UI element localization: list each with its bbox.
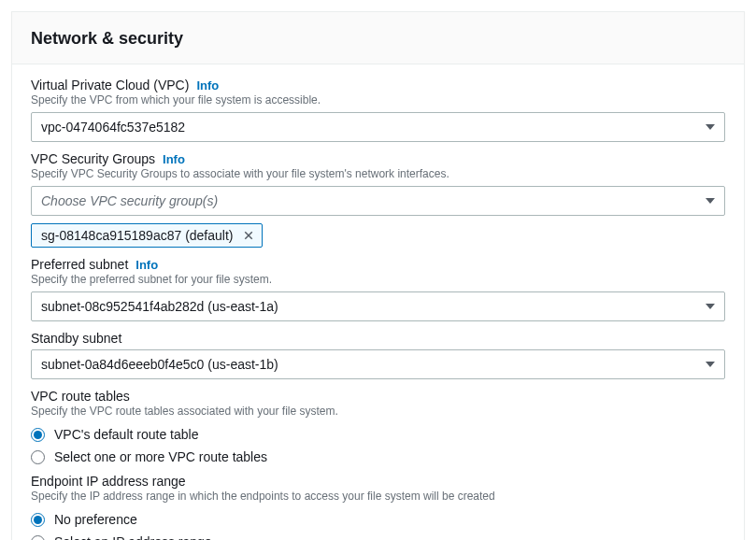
panel-title: Network & security xyxy=(31,29,725,49)
preferred-subnet-info-link[interactable]: Info xyxy=(136,258,158,272)
radio-icon xyxy=(31,513,45,527)
chevron-down-icon xyxy=(706,124,715,130)
endpoint-option-no-preference[interactable]: No preference xyxy=(31,508,725,531)
vpc-select[interactable]: vpc-0474064fc537e5182 xyxy=(31,112,725,142)
security-groups-placeholder: Choose VPC security group(s) xyxy=(41,193,218,208)
standby-subnet-field: Standby subnet subnet-0a84d6eeeb0f4e5c0 … xyxy=(31,331,725,379)
chevron-down-icon xyxy=(706,198,715,204)
security-groups-label: VPC Security Groups xyxy=(31,151,155,166)
vpc-label: Virtual Private Cloud (VPC) xyxy=(31,78,189,92)
route-table-option-default[interactable]: VPC's default route table xyxy=(31,423,725,446)
security-group-token-label: sg-08148ca915189ac87 (default) xyxy=(41,228,234,243)
vpc-helper: Specify the VPC from which your file sys… xyxy=(31,93,725,107)
endpoint-range-helper: Specify the IP address range in which th… xyxy=(31,490,725,503)
endpoint-option-select-range[interactable]: Select an IP address range xyxy=(31,531,725,540)
vpc-info-link[interactable]: Info xyxy=(196,78,219,92)
vpc-select-value: vpc-0474064fc537e5182 xyxy=(41,120,185,135)
route-tables-field: VPC route tables Specify the VPC route t… xyxy=(31,389,725,468)
remove-token-button[interactable] xyxy=(243,230,254,241)
panel-body: Virtual Private Cloud (VPC) Info Specify… xyxy=(12,64,744,540)
radio-icon xyxy=(31,535,45,541)
security-group-token: sg-08148ca915189ac87 (default) xyxy=(31,223,263,248)
route-table-select-label: Select one or more VPC route tables xyxy=(54,449,267,464)
security-groups-field: VPC Security Groups Info Specify VPC Sec… xyxy=(31,151,725,248)
endpoint-select-range-label: Select an IP address range xyxy=(54,534,212,540)
standby-subnet-value: subnet-0a84d6eeeb0f4e5c0 (us-east-1b) xyxy=(41,357,278,372)
preferred-subnet-label: Preferred subnet xyxy=(31,257,128,272)
radio-icon xyxy=(31,428,45,442)
panel-header: Network & security xyxy=(12,12,744,64)
route-tables-helper: Specify the VPC route tables associated … xyxy=(31,405,725,418)
security-groups-info-link[interactable]: Info xyxy=(163,152,185,166)
chevron-down-icon xyxy=(706,304,715,309)
chevron-down-icon xyxy=(706,362,715,367)
radio-icon xyxy=(31,450,45,464)
route-table-option-select[interactable]: Select one or more VPC route tables xyxy=(31,446,725,468)
preferred-subnet-select[interactable]: subnet-08c952541f4ab282d (us-east-1a) xyxy=(31,291,725,321)
endpoint-range-label: Endpoint IP address range xyxy=(31,474,725,489)
standby-subnet-label: Standby subnet xyxy=(31,331,121,346)
preferred-subnet-field: Preferred subnet Info Specify the prefer… xyxy=(31,257,725,321)
vpc-field: Virtual Private Cloud (VPC) Info Specify… xyxy=(31,78,725,142)
network-security-panel: Network & security Virtual Private Cloud… xyxy=(11,11,745,540)
endpoint-no-pref-label: No preference xyxy=(54,512,137,527)
security-groups-helper: Specify VPC Security Groups to associate… xyxy=(31,167,725,180)
preferred-subnet-value: subnet-08c952541f4ab282d (us-east-1a) xyxy=(41,299,278,314)
route-tables-label: VPC route tables xyxy=(31,389,725,404)
standby-subnet-select[interactable]: subnet-0a84d6eeeb0f4e5c0 (us-east-1b) xyxy=(31,349,725,379)
endpoint-range-field: Endpoint IP address range Specify the IP… xyxy=(31,474,725,540)
close-icon xyxy=(243,230,254,241)
security-groups-select[interactable]: Choose VPC security group(s) xyxy=(31,186,725,216)
route-table-default-label: VPC's default route table xyxy=(54,427,198,442)
preferred-subnet-helper: Specify the preferred subnet for your fi… xyxy=(31,273,725,286)
